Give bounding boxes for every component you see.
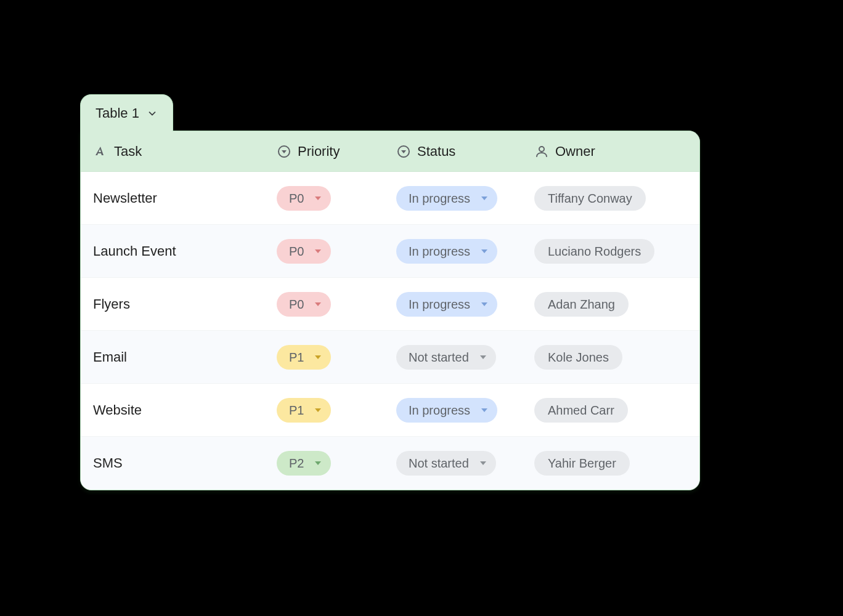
table-row: Launch Event P0 In progress Luciano Rodg… — [81, 225, 699, 278]
table-row: Email P1 Not started Kole Jones — [81, 331, 699, 384]
priority-value: P1 — [289, 351, 304, 363]
svg-point-5 — [539, 147, 544, 152]
owner-chip[interactable]: Adan Zhang — [534, 292, 629, 317]
text-format-icon: Tt — [93, 144, 108, 159]
svg-marker-11 — [481, 302, 487, 306]
header-task[interactable]: Tt Task — [81, 144, 264, 160]
dropdown-triangle-icon — [481, 301, 487, 307]
table-tab[interactable]: Table 1 — [80, 94, 173, 131]
priority-value: P1 — [289, 404, 304, 416]
svg-marker-6 — [315, 197, 321, 200]
owner-value: Kole Jones — [548, 351, 609, 363]
priority-chip[interactable]: P0 — [277, 239, 331, 264]
circle-dropdown-icon — [277, 144, 291, 159]
svg-marker-8 — [315, 249, 321, 253]
dropdown-triangle-icon — [315, 248, 321, 254]
priority-value: P0 — [289, 298, 304, 310]
table-row: Newsletter P0 In progress Tiffany Conway — [81, 172, 699, 225]
header-task-label: Task — [114, 144, 142, 160]
status-value: Not started — [409, 457, 469, 469]
dropdown-triangle-icon — [480, 354, 486, 360]
table-row: Website P1 In progress Ahmed Carr — [81, 384, 699, 437]
svg-marker-2 — [282, 150, 287, 153]
svg-marker-17 — [480, 461, 486, 465]
status-chip[interactable]: Not started — [396, 451, 496, 476]
status-chip[interactable]: In progress — [396, 292, 497, 317]
table-tab-label: Table 1 — [96, 105, 139, 121]
svg-marker-10 — [315, 302, 321, 306]
owner-chip[interactable]: Kole Jones — [534, 345, 622, 370]
owner-chip[interactable]: Luciano Rodgers — [534, 239, 654, 264]
priority-value: P0 — [289, 192, 304, 205]
owner-chip[interactable]: Tiffany Conway — [534, 186, 646, 211]
person-icon — [534, 144, 549, 159]
svg-marker-15 — [481, 408, 487, 412]
dropdown-triangle-icon — [480, 460, 486, 466]
status-value: Not started — [409, 351, 469, 363]
header-status-label: Status — [417, 144, 455, 160]
svg-marker-9 — [481, 249, 487, 253]
svg-marker-16 — [315, 461, 321, 465]
priority-value: P2 — [289, 457, 304, 469]
owner-value: Luciano Rodgers — [548, 245, 641, 257]
dropdown-triangle-icon — [315, 407, 321, 413]
priority-value: P0 — [289, 245, 304, 257]
table-header-row: Tt Task Priority — [81, 131, 699, 172]
priority-chip[interactable]: P0 — [277, 292, 331, 317]
owner-value: Adan Zhang — [548, 298, 615, 310]
svg-marker-14 — [315, 408, 321, 412]
header-owner[interactable]: Owner — [522, 144, 699, 160]
task-cell[interactable]: Email — [93, 349, 127, 365]
table-row: Flyers P0 In progress Adan Zhang — [81, 278, 699, 331]
status-chip[interactable]: In progress — [396, 398, 497, 423]
data-table: Tt Task Priority — [80, 131, 700, 490]
task-cell[interactable]: Newsletter — [93, 190, 157, 206]
status-value: In progress — [409, 192, 470, 205]
owner-chip[interactable]: Yahir Berger — [534, 451, 630, 476]
status-value: In progress — [409, 404, 470, 416]
owner-value: Tiffany Conway — [548, 192, 632, 205]
svg-marker-4 — [401, 150, 406, 153]
priority-chip[interactable]: P2 — [277, 451, 331, 476]
owner-value: Yahir Berger — [548, 457, 616, 469]
status-value: In progress — [409, 298, 470, 310]
svg-marker-13 — [480, 355, 486, 359]
dropdown-triangle-icon — [315, 354, 321, 360]
header-priority-label: Priority — [298, 144, 340, 160]
priority-chip[interactable]: P0 — [277, 186, 331, 211]
status-chip[interactable]: In progress — [396, 186, 497, 211]
dropdown-triangle-icon — [315, 195, 321, 201]
header-owner-label: Owner — [555, 144, 595, 160]
priority-chip[interactable]: P1 — [277, 398, 331, 423]
task-cell[interactable]: Flyers — [93, 296, 130, 312]
dropdown-triangle-icon — [481, 407, 487, 413]
circle-dropdown-icon — [396, 144, 411, 159]
header-status[interactable]: Status — [384, 144, 522, 160]
status-value: In progress — [409, 245, 470, 257]
status-chip[interactable]: Not started — [396, 345, 496, 370]
task-cell[interactable]: Website — [93, 402, 142, 418]
svg-marker-7 — [481, 197, 487, 200]
dropdown-triangle-icon — [315, 460, 321, 466]
task-cell[interactable]: Launch Event — [93, 243, 176, 259]
svg-marker-12 — [315, 355, 321, 359]
chevron-down-icon — [147, 108, 158, 119]
owner-chip[interactable]: Ahmed Carr — [534, 398, 628, 423]
priority-chip[interactable]: P1 — [277, 345, 331, 370]
table-row: SMS P2 Not started Yahir Berger — [81, 437, 699, 490]
dropdown-triangle-icon — [481, 195, 487, 201]
dropdown-triangle-icon — [481, 248, 487, 254]
owner-value: Ahmed Carr — [548, 404, 614, 416]
task-cell[interactable]: SMS — [93, 455, 123, 471]
dropdown-triangle-icon — [315, 301, 321, 307]
status-chip[interactable]: In progress — [396, 239, 497, 264]
header-priority[interactable]: Priority — [264, 144, 384, 160]
